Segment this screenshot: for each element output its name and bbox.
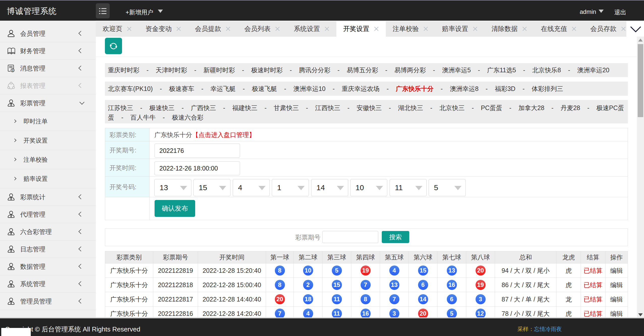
svg-text:$: $ [12, 69, 13, 72]
